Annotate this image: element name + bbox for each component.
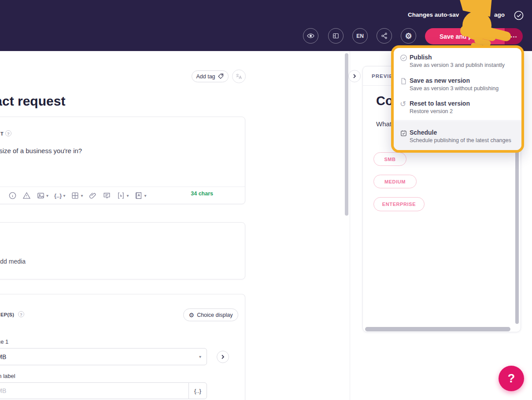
- app-root: Changes auto-sav ago EN ⚙: [0, 0, 532, 400]
- button-label-field-label: Button label: [0, 373, 15, 379]
- gear-icon: ⚙: [405, 31, 412, 41]
- translate-icon: [235, 73, 243, 80]
- variables-icon[interactable]: {..}▾: [54, 192, 65, 199]
- choices-card: EP(S) ? ⚙ Choice display Choice 1 SMB ▾ …: [0, 294, 245, 400]
- autosave-status-ago: ago: [494, 11, 505, 19]
- choice-select[interactable]: SMB ▾: [0, 348, 207, 365]
- file-icon: [400, 77, 407, 85]
- preview-choice-medium[interactable]: MEDIUM: [373, 175, 417, 188]
- chevron-right-icon: [352, 73, 357, 79]
- question-text[interactable]: What size of a business you're in?: [0, 147, 82, 154]
- media-card: ? Add media: [0, 222, 245, 279]
- choices-card-label: EP(S): [0, 312, 14, 317]
- question-card-label: T: [0, 131, 4, 136]
- info-icon[interactable]: [8, 191, 17, 200]
- menu-divider: [394, 120, 521, 121]
- help-icon[interactable]: ?: [18, 311, 24, 317]
- note-icon[interactable]: [103, 191, 111, 200]
- preview-choice-smb[interactable]: SMB: [373, 152, 406, 166]
- panel-divider: [350, 51, 350, 400]
- add-tag-button[interactable]: Add tag: [192, 70, 229, 82]
- char-counter: 34 chars: [191, 191, 213, 197]
- layout-icon: [332, 32, 340, 40]
- choice-display-label: Choice display: [197, 312, 233, 318]
- check-circle-icon: [400, 54, 407, 62]
- menu-item-description: Restore version 2: [410, 108, 453, 114]
- choice-field-label: Choice 1: [0, 338, 8, 345]
- preview-choice-enterprise[interactable]: ENTERPRISE: [373, 197, 425, 211]
- choice-next-step-button[interactable]: [217, 351, 229, 363]
- add-media-link[interactable]: Add media: [0, 258, 26, 265]
- choice-select-value: SMB: [0, 353, 6, 360]
- layout-button[interactable]: [328, 28, 344, 44]
- help-button[interactable]: ?: [499, 366, 524, 391]
- recall-icon[interactable]: ▾: [117, 191, 129, 200]
- question-card: T ? What size of a business you're in? ▾…: [0, 117, 245, 204]
- choice-display-button[interactable]: ⚙ Choice display: [183, 308, 238, 321]
- save-more-options-button[interactable]: ...: [505, 28, 523, 44]
- language-label: EN: [356, 33, 364, 39]
- menu-item-label: Publish: [410, 54, 432, 61]
- chevron-right-icon: [220, 354, 225, 360]
- preview-eye-button[interactable]: [303, 28, 318, 44]
- language-button[interactable]: EN: [352, 28, 368, 44]
- eye-icon: [307, 32, 315, 40]
- menu-item-description: Save as version 3 and publish instantly: [410, 62, 505, 68]
- publish-options-menu: Publish Save as version 3 and publish in…: [391, 45, 524, 153]
- top-navbar: Changes auto-sav ago EN ⚙: [0, 0, 532, 51]
- saved-check-icon: [514, 10, 524, 21]
- undo-icon: ↺: [400, 100, 407, 108]
- attachment-icon[interactable]: [89, 191, 97, 200]
- recall-variable-button[interactable]: {..}: [188, 382, 207, 399]
- help-button-label: ?: [508, 372, 515, 385]
- help-icon[interactable]: ?: [5, 130, 11, 136]
- collapse-preview-button[interactable]: [348, 70, 361, 82]
- share-button[interactable]: [377, 28, 392, 44]
- menu-item-label: Save as new version: [410, 77, 470, 84]
- menu-item-label: Schedule: [410, 129, 437, 136]
- save-and-publish-button[interactable]: Save and publish: [425, 28, 505, 44]
- save-split-button: Save and publish ...: [425, 28, 523, 44]
- warning-icon[interactable]: [22, 191, 31, 200]
- share-icon: [381, 32, 388, 40]
- button-label-input[interactable]: [0, 382, 188, 399]
- calendar-check-icon: [400, 129, 407, 137]
- survey-title: Contact request: [0, 94, 65, 109]
- gear-icon: ⚙: [189, 312, 195, 319]
- autosave-status: Changes auto-sav: [408, 11, 459, 19]
- table-icon[interactable]: ▾: [71, 191, 83, 200]
- tag-icon: [218, 73, 224, 80]
- menu-item-label: Reset to last version: [410, 100, 470, 107]
- settings-button[interactable]: ⚙: [401, 28, 416, 44]
- menu-item-description: Schedule publishing of the latest change…: [410, 137, 511, 143]
- preview-horizontal-scrollbar[interactable]: [365, 327, 510, 331]
- dictionary-icon[interactable]: ▾: [134, 191, 146, 200]
- translate-button[interactable]: [232, 70, 246, 83]
- add-tag-label: Add tag: [196, 73, 215, 80]
- menu-item-description: Save as version 3 without publishing: [410, 85, 499, 92]
- editor-scrollbar[interactable]: [345, 53, 348, 216]
- image-icon[interactable]: ▾: [37, 191, 48, 200]
